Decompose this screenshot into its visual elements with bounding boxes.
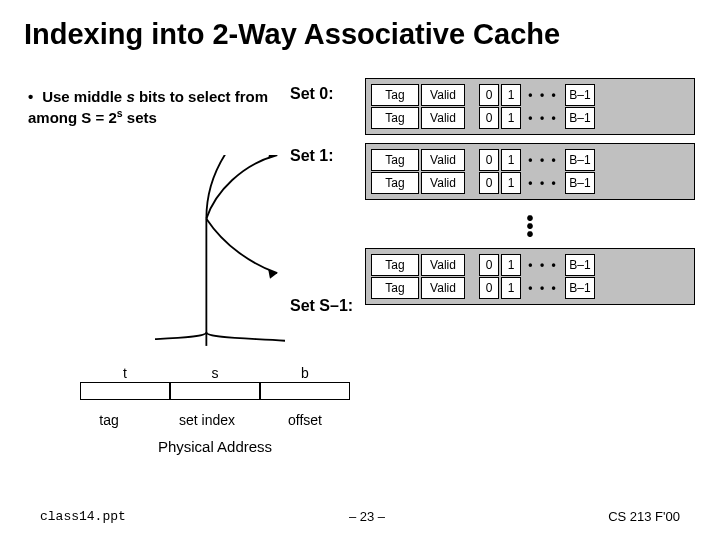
footer-course: CS 213 F'00 [608,509,680,524]
bullet-s: s [126,88,134,105]
bullet-post: sets [123,109,157,126]
spacer [467,172,477,194]
byte-last: B–1 [565,277,595,299]
address-bits-row [80,382,360,400]
byte-last: B–1 [565,107,595,129]
byte-0: 0 [479,254,499,276]
tag-cell: Tag [371,277,419,299]
byte-last: B–1 [565,172,595,194]
addr-field-offset [260,382,350,400]
spacer [467,107,477,129]
valid-cell: Valid [421,254,465,276]
valid-cell: Valid [421,172,465,194]
byte-last: B–1 [565,254,595,276]
cache-line: Tag Valid 0 1 • • • B–1 [371,149,689,171]
valid-cell: Valid [421,149,465,171]
set-label-0: Set 0: [290,85,353,147]
addr-field-tag [80,382,170,400]
spacer [467,84,477,106]
tag-cell: Tag [371,149,419,171]
set-box-1: Tag Valid 0 1 • • • B–1 Tag Valid 0 1 • … [365,143,695,200]
tag-cell: Tag [371,84,419,106]
bullet-dot: • [28,88,38,107]
tag-cell: Tag [371,254,419,276]
cache-line: Tag Valid 0 1 • • • B–1 [371,172,689,194]
addr-width-s: s [170,365,260,381]
byte-1: 1 [501,84,521,106]
set-box-last: Tag Valid 0 1 • • • B–1 Tag Valid 0 1 • … [365,248,695,305]
byte-0: 0 [479,149,499,171]
cache-line: Tag Valid 0 1 • • • B–1 [371,277,689,299]
footer-page: – 23 – [349,509,385,524]
valid-cell: Valid [421,277,465,299]
ellipsis-icon: • • • [523,107,563,129]
cache-line: Tag Valid 0 1 • • • B–1 [371,84,689,106]
byte-1: 1 [501,254,521,276]
valid-cell: Valid [421,84,465,106]
spacer [467,149,477,171]
address-diagram: t s b tag set index offset Physical Addr… [80,365,360,455]
byte-last: B–1 [565,149,595,171]
ellipsis-icon: • • • [523,172,563,194]
valid-cell: Valid [421,107,465,129]
bullet-text: • Use middle s bits to select from among… [28,88,278,128]
set-label-1: Set 1: [290,147,353,207]
footer-filename: class14.ppt [40,509,126,524]
addr-label-tag: tag [64,412,154,428]
cache-line: Tag Valid 0 1 • • • B–1 [371,107,689,129]
addr-label-setindex: set index [154,412,260,428]
byte-1: 1 [501,172,521,194]
vertical-ellipsis-icon: ••• [365,208,695,248]
ellipsis-icon: • • • [523,277,563,299]
ellipsis-icon: • • • [523,149,563,171]
byte-0: 0 [479,107,499,129]
cache-line: Tag Valid 0 1 • • • B–1 [371,254,689,276]
byte-1: 1 [501,149,521,171]
cache-column: Tag Valid 0 1 • • • B–1 Tag Valid 0 1 • … [365,78,695,313]
spacer [467,277,477,299]
bullet-pre: Use middle [42,88,126,105]
index-arrow-diagram [155,155,285,355]
ellipsis-icon: • • • [523,254,563,276]
set-label-last: Set S–1: [290,297,353,359]
set-box-0: Tag Valid 0 1 • • • B–1 Tag Valid 0 1 • … [365,78,695,135]
byte-0: 0 [479,84,499,106]
slide-footer: class14.ppt – 23 – CS 213 F'00 [0,509,720,524]
tag-cell: Tag [371,172,419,194]
spacer [467,254,477,276]
set-labels-column: Set 0: Set 1: Set S–1: [290,85,353,359]
byte-1: 1 [501,107,521,129]
tag-cell: Tag [371,107,419,129]
byte-1: 1 [501,277,521,299]
addr-label-offset: offset [260,412,350,428]
byte-0: 0 [479,277,499,299]
addr-width-b: b [260,365,350,381]
physical-address-label: Physical Address [80,438,350,455]
byte-0: 0 [479,172,499,194]
byte-last: B–1 [565,84,595,106]
addr-field-set [170,382,260,400]
slide-title: Indexing into 2-Way Associative Cache [0,0,720,51]
address-field-widths: t s b [80,365,360,381]
ellipsis-icon: • • • [523,84,563,106]
addr-width-t: t [80,365,170,381]
address-field-labels: tag set index offset [80,412,360,428]
